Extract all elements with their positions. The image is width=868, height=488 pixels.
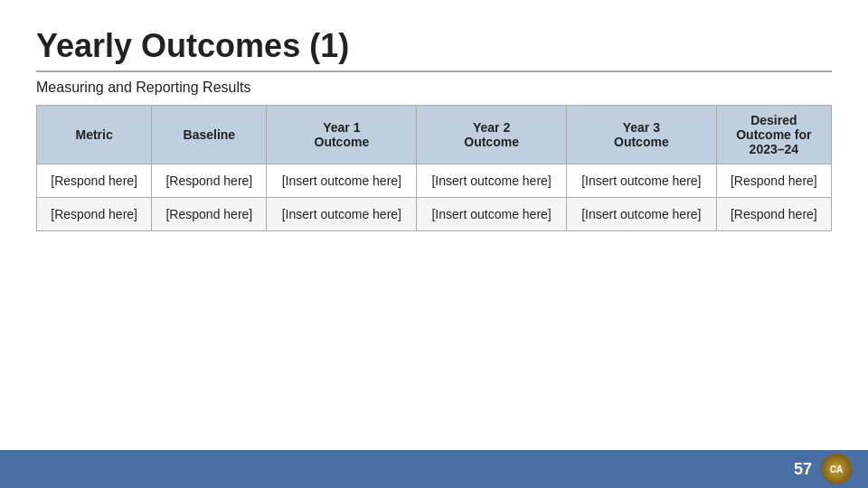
col-header-year2: Year 2Outcome (417, 106, 567, 164)
col-header-metric: Metric (37, 106, 152, 164)
cell-r1-c5: [Respond here] (716, 198, 831, 231)
col-header-year1: Year 1Outcome (267, 106, 417, 164)
cell-r0-c3: [Insert outcome here] (417, 164, 567, 198)
cell-r1-c2: [Insert outcome here] (267, 198, 417, 231)
cell-r0-c4: [Insert outcome here] (566, 164, 716, 198)
cell-r1-c4: [Insert outcome here] (566, 198, 716, 231)
footer-bar: 57 CA (0, 450, 868, 488)
col-header-year3: Year 3Outcome (566, 106, 716, 164)
page-number: 57 (794, 460, 812, 479)
cell-r1-c1: [Respond here] (152, 198, 267, 231)
cell-r0-c0: [Respond here] (37, 164, 152, 198)
cell-r1-c0: [Respond here] (37, 198, 152, 231)
table-row: [Respond here][Respond here][Insert outc… (37, 198, 832, 231)
table-row: [Respond here][Respond here][Insert outc… (37, 164, 832, 198)
state-seal: CA (821, 454, 852, 484)
main-content: Yearly Outcomes (1) Measuring and Report… (0, 0, 868, 249)
col-header-baseline: Baseline (152, 106, 267, 164)
col-header-desired: DesiredOutcome for2023–24 (716, 106, 831, 164)
cell-r0-c2: [Insert outcome here] (267, 164, 417, 198)
cell-r0-c1: [Respond here] (152, 164, 267, 198)
cell-r0-c5: [Respond here] (716, 164, 831, 198)
subtitle: Measuring and Reporting Results (36, 80, 832, 96)
outcomes-table: Metric Baseline Year 1Outcome Year 2Outc… (36, 105, 832, 231)
cell-r1-c3: [Insert outcome here] (417, 198, 567, 231)
page-title: Yearly Outcomes (1) (36, 27, 832, 72)
